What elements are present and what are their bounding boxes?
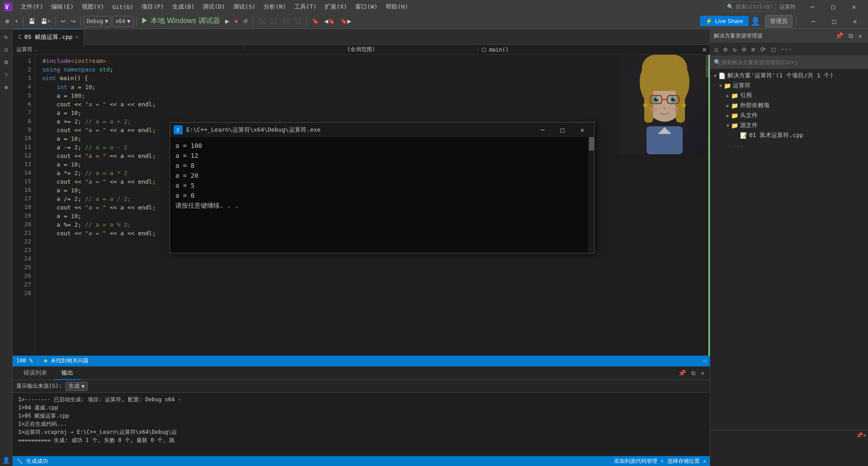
stop-button[interactable]: ■: [232, 17, 240, 26]
minimize-button[interactable]: ─: [802, 0, 823, 14]
panel-float-icon[interactable]: ⧉: [689, 370, 697, 377]
menu-window[interactable]: 窗口(W): [352, 2, 381, 12]
svg-text:V: V: [5, 3, 9, 10]
menu-test[interactable]: 测试(S): [230, 2, 259, 12]
menu-extensions[interactable]: 扩展(X): [321, 2, 350, 12]
tree-item-ext-deps[interactable]: ▶ 📁 外部依赖项: [710, 100, 868, 110]
tab-active[interactable]: C 05 赋值运算.cpp ✕: [13, 29, 84, 45]
config-dropdown-arrow: ▼: [105, 18, 108, 24]
global-search[interactable]: 🔍 搜索(Ctrl+Q): [724, 2, 776, 12]
svg-point-21: [672, 107, 679, 111]
activity-search[interactable]: ⊕: [0, 81, 12, 93]
maximize-button[interactable]: □: [823, 0, 844, 14]
console-maximize-button[interactable]: □: [554, 124, 571, 136]
panel-close-icon[interactable]: ✕: [699, 370, 706, 377]
menu-git[interactable]: Git(G): [108, 3, 137, 11]
se-refresh-icon[interactable]: ↻: [731, 44, 739, 54]
menu-analyze[interactable]: 分析(N): [260, 2, 289, 12]
tree-item-headers[interactable]: ▶ 📁 头文件: [710, 110, 868, 120]
continue-button[interactable]: ▶: [223, 17, 231, 26]
restart-button[interactable]: ↺: [241, 17, 250, 26]
console-scrollbar[interactable]: [589, 137, 594, 253]
menu-project[interactable]: 项目(P): [138, 2, 167, 12]
zoom-level[interactable]: 100 %: [16, 357, 33, 364]
new-file-button[interactable]: ⊕: [3, 17, 12, 26]
solution-label: 解决方案'运算符'(1 个项目/共 1 个): [727, 71, 833, 80]
admin-button[interactable]: 管理员: [765, 15, 793, 28]
inner-maximize-button[interactable]: □: [824, 14, 844, 28]
toolbar-sep-3: [80, 17, 81, 26]
panel-pin-icon[interactable]: 📌: [677, 370, 688, 377]
run-button[interactable]: ▶ 本地 Windows 调试器: [139, 15, 222, 27]
activity-refresh[interactable]: ↻: [0, 31, 12, 43]
output-content[interactable]: 1>-------- 已启动生成: 项目: 运算符, 配置: Debug x64…: [13, 393, 710, 456]
inner-minimize-button[interactable]: ─: [803, 14, 824, 28]
debug-btn-3[interactable]: ⬛: [280, 17, 292, 26]
scope-func[interactable]: ⬡ main(): [481, 47, 509, 53]
panel-tab-errors[interactable]: 错误列表: [16, 366, 54, 380]
scope-range[interactable]: (全局范围): [347, 46, 375, 53]
tree-item-sources[interactable]: ▼ 📁 源文件: [710, 120, 868, 130]
menu-tools[interactable]: 工具(T): [291, 2, 320, 12]
search-input-se[interactable]: [721, 59, 864, 66]
menu-edit[interactable]: 编辑(E): [47, 2, 77, 12]
user-icon[interactable]: 👤: [750, 16, 760, 26]
redo-button[interactable]: ↪: [69, 17, 78, 26]
inner-close-button[interactable]: ✕: [844, 14, 865, 28]
platform-dropdown[interactable]: x64 ▼: [112, 16, 133, 27]
se-settings-icon[interactable]: ⚙: [721, 44, 729, 54]
se-sync-icon[interactable]: ⟳: [758, 44, 768, 54]
save-all-button[interactable]: 💾+: [38, 17, 53, 26]
right-bottom-pin-icon[interactable]: 📌: [856, 432, 863, 438]
add-button[interactable]: +: [13, 17, 20, 26]
debug-btn-2[interactable]: ⬛: [268, 17, 279, 26]
se-home-icon[interactable]: ⌂: [712, 44, 720, 54]
console-minimize-button[interactable]: ─: [534, 124, 551, 136]
se-float-icon[interactable]: ⧉: [846, 31, 855, 41]
headers-label: 头文件: [740, 111, 758, 119]
bookmark-button[interactable]: 🔖: [310, 17, 321, 26]
undo-button[interactable]: ↩: [59, 17, 68, 26]
tree-item-solution[interactable]: ▼ 📄 解决方案'运算符'(1 个项目/共 1 个): [710, 71, 868, 81]
save-button[interactable]: 💾: [26, 17, 38, 26]
headers-icon: 📁: [731, 112, 738, 119]
debug-btn-1[interactable]: ⬛: [256, 17, 267, 26]
bookmark-next-button[interactable]: 🔖▶: [338, 17, 354, 26]
menu-build[interactable]: 生成(B): [169, 2, 198, 12]
toolbar: ⊕ + 💾 💾+ ↩ ↪ Debug ▼ x64 ▼ ▶ 本地 Windows …: [0, 14, 868, 29]
console-output[interactable]: a = 100 a = 12 a = 8 a = 20 a = 5 a = 0 …: [170, 137, 589, 253]
console-close-button[interactable]: ✕: [574, 124, 590, 136]
tab-close-button[interactable]: ✕: [75, 34, 79, 40]
debug-btn-4[interactable]: ⬛: [292, 17, 304, 26]
tree-item-references[interactable]: ▶ 📁 引用: [710, 90, 868, 100]
se-dots-icon[interactable]: ···: [778, 44, 794, 54]
editor-scrollbar[interactable]: [705, 55, 710, 356]
menu-debug[interactable]: 调试(D): [199, 2, 228, 12]
live-share-button[interactable]: ⚡ Live Share: [700, 16, 749, 26]
bookmark-prev-button[interactable]: ◀🔖: [322, 17, 337, 26]
menu-view[interactable]: 视图(V): [78, 2, 108, 12]
right-bottom-close-icon[interactable]: ✕: [863, 432, 866, 438]
panel-tab-output[interactable]: 输出: [54, 366, 80, 380]
activity-home[interactable]: ⌂: [0, 43, 12, 55]
activity-settings[interactable]: ⚙: [0, 56, 12, 68]
output-source-dropdown[interactable]: 生成 ▼: [66, 382, 88, 391]
tree-item-project[interactable]: ▼ 📁 运算符: [710, 81, 868, 90]
platform-label: x64: [115, 18, 125, 24]
se-collapse-icon[interactable]: ⊟: [740, 44, 748, 54]
config-dropdown[interactable]: Debug ▼: [84, 16, 111, 27]
menu-help[interactable]: 帮助(H): [382, 2, 411, 12]
solution-explorer-search[interactable]: 🔍: [710, 56, 868, 69]
menu-file[interactable]: 文件(F): [17, 2, 47, 12]
se-close-icon[interactable]: ✕: [856, 31, 864, 41]
scope-expand-icon[interactable]: ⊞: [703, 47, 706, 53]
console-scrollbar-thumb[interactable]: [589, 137, 594, 151]
scope-name[interactable]: 运算符: [16, 46, 33, 53]
close-button[interactable]: ✕: [844, 0, 864, 14]
activity-branch[interactable]: ⑂: [0, 69, 12, 81]
se-view-icon[interactable]: □: [769, 44, 777, 54]
se-pin-icon[interactable]: 📌: [833, 31, 845, 41]
activity-user[interactable]: 👤: [0, 454, 12, 466]
se-filter-icon[interactable]: ≡: [749, 44, 757, 54]
tree-item-file-01[interactable]: 📝 01 算术运算符.cpp: [710, 130, 868, 140]
